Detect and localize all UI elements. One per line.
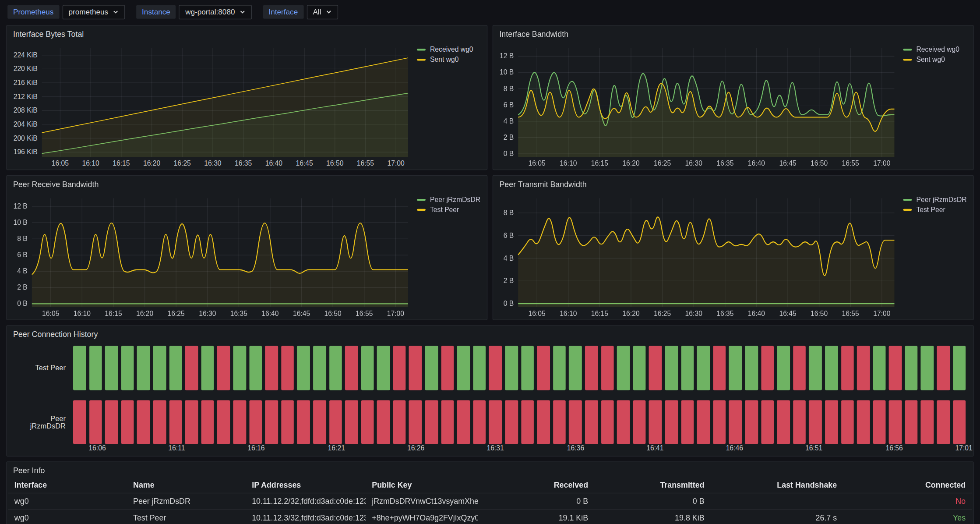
- status-bar-disconnected[interactable]: [649, 346, 662, 390]
- status-bar-disconnected[interactable]: [633, 400, 646, 444]
- status-bar-connected[interactable]: [681, 346, 694, 390]
- chart-interface-bytes-total[interactable]: 196 KiB200 KiB204 KiB208 KiB212 KiB216 K…: [9, 42, 412, 168]
- status-bar-connected[interactable]: [569, 346, 582, 390]
- status-bar-disconnected[interactable]: [841, 346, 853, 390]
- status-bar-disconnected[interactable]: [713, 346, 726, 390]
- status-bar-disconnected[interactable]: [713, 400, 726, 444]
- legend-item-peer-jrzmdsdr[interactable]: Peer jRzmDsDR: [417, 196, 482, 203]
- status-bar-connected[interactable]: [665, 346, 678, 390]
- status-bar-disconnected[interactable]: [857, 400, 870, 444]
- status-bar-connected[interactable]: [697, 346, 710, 390]
- status-bar-disconnected[interactable]: [441, 346, 454, 390]
- table-header-ip-addresses[interactable]: IP Addresses: [246, 481, 366, 490]
- status-bar-connected[interactable]: [73, 346, 86, 390]
- status-bar-connected[interactable]: [425, 346, 438, 390]
- status-bar-disconnected[interactable]: [697, 400, 710, 444]
- status-bar-disconnected[interactable]: [585, 346, 598, 390]
- status-bar-disconnected[interactable]: [457, 400, 470, 444]
- chart-interface-bandwidth[interactable]: 0 B2 B4 B6 B8 B10 B12 B16:0516:1016:1516…: [496, 42, 898, 168]
- status-bar-connected[interactable]: [249, 346, 262, 390]
- status-bar-disconnected[interactable]: [681, 400, 694, 444]
- legend-item-peer-jrzmdsdr[interactable]: Peer jRzmDsDR: [903, 196, 968, 203]
- status-bar-disconnected[interactable]: [185, 346, 198, 390]
- status-bar-disconnected[interactable]: [953, 400, 966, 444]
- status-bar-disconnected[interactable]: [473, 400, 486, 444]
- status-bar-disconnected[interactable]: [121, 400, 134, 444]
- table-header-received[interactable]: Received: [478, 481, 594, 490]
- status-bar-disconnected[interactable]: [425, 400, 438, 444]
- status-bar-disconnected[interactable]: [729, 400, 742, 444]
- status-bar-connected[interactable]: [313, 346, 326, 390]
- status-bar-disconnected[interactable]: [857, 346, 870, 390]
- status-bar-disconnected[interactable]: [217, 346, 230, 390]
- panel-title[interactable]: Interface Bandwidth: [493, 26, 973, 39]
- legend-item-received-wg0[interactable]: Received wg0: [417, 46, 482, 53]
- status-bar-disconnected[interactable]: [761, 400, 774, 444]
- status-bar-disconnected[interactable]: [841, 400, 853, 444]
- status-bar-connected[interactable]: [809, 346, 821, 390]
- status-bar-connected[interactable]: [105, 346, 118, 390]
- status-bar-disconnected[interactable]: [249, 400, 262, 444]
- chart-peer-transmit-bandwidth[interactable]: 0 B2 B4 B6 B8 B16:0516:1016:1516:2016:25…: [496, 192, 898, 318]
- status-bar-disconnected[interactable]: [537, 400, 550, 444]
- table-header-last-handshake[interactable]: Last Handshake: [711, 481, 843, 490]
- status-bar-disconnected[interactable]: [825, 400, 838, 444]
- status-bar-connected[interactable]: [873, 346, 885, 390]
- status-bar-disconnected[interactable]: [217, 400, 230, 444]
- status-bar-disconnected[interactable]: [521, 400, 534, 444]
- status-bar-disconnected[interactable]: [409, 346, 422, 390]
- status-bar-connected[interactable]: [377, 346, 390, 390]
- status-bar-connected[interactable]: [121, 346, 134, 390]
- status-bar-disconnected[interactable]: [601, 400, 613, 444]
- chart-peer-receive-bandwidth[interactable]: 0 B2 B4 B6 B8 B10 B12 B16:0516:1016:1516…: [9, 192, 412, 318]
- status-bar-connected[interactable]: [329, 346, 342, 390]
- status-bar-disconnected[interactable]: [489, 346, 502, 390]
- table-header-transmitted[interactable]: Transmitted: [594, 481, 710, 490]
- status-bar-connected[interactable]: [137, 346, 150, 390]
- status-bar-connected[interactable]: [825, 346, 838, 390]
- panel-title[interactable]: Peer Transmit Bandwidth: [493, 176, 973, 189]
- table-header-connected[interactable]: Connected: [843, 481, 972, 490]
- status-bar-connected[interactable]: [921, 346, 934, 390]
- status-bar-disconnected[interactable]: [745, 400, 758, 444]
- legend-item-sent-wg0[interactable]: Sent wg0: [903, 56, 968, 63]
- status-bar-disconnected[interactable]: [937, 346, 950, 390]
- status-bar-connected[interactable]: [521, 346, 534, 390]
- status-bar-disconnected[interactable]: [665, 400, 678, 444]
- status-bar-disconnected[interactable]: [569, 400, 582, 444]
- status-bar-disconnected[interactable]: [377, 400, 390, 444]
- legend-item-received-wg0[interactable]: Received wg0: [903, 46, 968, 53]
- status-bar-disconnected[interactable]: [345, 400, 358, 444]
- status-bar-connected[interactable]: [361, 346, 374, 390]
- var-select-interface[interactable]: All: [307, 5, 338, 19]
- status-bar-connected[interactable]: [297, 346, 310, 390]
- status-bar-disconnected[interactable]: [809, 400, 821, 444]
- status-bar-disconnected[interactable]: [617, 400, 630, 444]
- status-bar-connected[interactable]: [905, 346, 918, 390]
- status-bar-connected[interactable]: [505, 346, 518, 390]
- status-bar-disconnected[interactable]: [73, 400, 86, 444]
- var-select-instance[interactable]: wg-portal:8080: [179, 5, 252, 19]
- status-bar-disconnected[interactable]: [505, 400, 518, 444]
- status-bar-connected[interactable]: [169, 346, 182, 390]
- legend-item-sent-wg0[interactable]: Sent wg0: [417, 56, 482, 63]
- status-bar-disconnected[interactable]: [281, 346, 294, 390]
- status-bar-disconnected[interactable]: [761, 346, 774, 390]
- status-bar-disconnected[interactable]: [585, 400, 598, 444]
- status-bar-disconnected[interactable]: [329, 400, 342, 444]
- status-bar-disconnected[interactable]: [441, 400, 454, 444]
- status-bar-disconnected[interactable]: [105, 400, 118, 444]
- status-bar-disconnected[interactable]: [137, 400, 150, 444]
- status-bar-connected[interactable]: [729, 346, 742, 390]
- status-bar-connected[interactable]: [457, 346, 470, 390]
- status-bar-disconnected[interactable]: [201, 400, 214, 444]
- status-bar-disconnected[interactable]: [345, 346, 358, 390]
- table-header-public-key[interactable]: Public Key: [366, 481, 478, 490]
- status-bar-disconnected[interactable]: [489, 400, 502, 444]
- status-bar-disconnected[interactable]: [777, 400, 790, 444]
- status-bar-connected[interactable]: [233, 346, 246, 390]
- status-bar-disconnected[interactable]: [393, 400, 406, 444]
- status-bar-disconnected[interactable]: [153, 400, 166, 444]
- status-bar-connected[interactable]: [201, 346, 214, 390]
- status-bar-disconnected[interactable]: [649, 400, 662, 444]
